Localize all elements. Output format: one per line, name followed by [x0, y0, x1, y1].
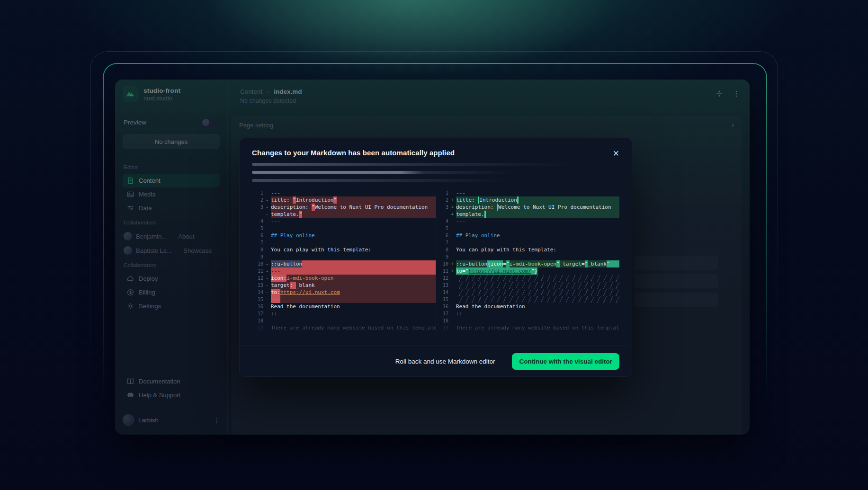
code-line — [456, 253, 619, 260]
code-segment: Introduction — [296, 196, 333, 204]
diff-marker: - — [263, 289, 271, 296]
line-number: 10 — [252, 260, 263, 267]
sidebar-item-data[interactable]: Data — [123, 201, 220, 215]
code-segment: There are already many website based on … — [271, 324, 436, 331]
line-number: 7 — [252, 239, 263, 246]
code-line: template. — [456, 211, 619, 218]
code-segment: to= — [456, 267, 465, 275]
collapse-vertical-icon[interactable] — [716, 90, 723, 98]
diff-marker: + — [448, 204, 456, 211]
line-number: 14 — [252, 289, 263, 296]
diff-row: 14-to: https://ui.nuxt.com — [252, 289, 436, 296]
code-line: --- — [456, 189, 619, 196]
sidebar-item-label: Billing — [139, 289, 155, 296]
line-number: 16 — [437, 303, 448, 310]
collaborator-page: Showcase — [183, 247, 212, 254]
kebab-menu-icon[interactable] — [735, 90, 737, 98]
breadcrumb-file[interactable]: index.md — [274, 88, 302, 95]
code-line: --- — [271, 189, 436, 196]
diff-marker: - — [263, 282, 271, 289]
line-number: 2 — [437, 196, 448, 204]
code-segment: _blank — [588, 260, 607, 267]
continue-visual-editor-button[interactable]: Continue with the visual editor — [512, 353, 619, 370]
diff-row: 10+::u-button{icon="i-mdi-book-open" tar… — [437, 260, 619, 267]
page-setting-row[interactable]: Page setting › — [232, 116, 742, 134]
code-segment: " — [465, 267, 469, 275]
diff-marker — [448, 282, 456, 289]
code-line: ::u-button{icon="i-mdi-book-open" target… — [456, 260, 619, 267]
diff-marker — [448, 289, 456, 296]
code-segment: to: — [271, 289, 280, 296]
screen: studio-front nuxt.studio Preview No chan… — [0, 0, 868, 490]
collaborator-row[interactable]: Baptiste Le... · Showcase — [123, 243, 220, 258]
collaborator-avatar — [124, 246, 132, 255]
diff-marker — [448, 317, 456, 324]
diff-row: 3+description: Welcome to Nuxt UI Pro do… — [437, 204, 619, 211]
diff-row: 13-target: _blank — [252, 282, 436, 289]
modal-header: Changes to your Markdown has been automa… — [240, 138, 632, 184]
line-number: 8 — [437, 246, 448, 253]
code-line: Read the documentation — [271, 303, 436, 310]
code-segment: You can play with this template: — [271, 246, 371, 253]
sidebar-item-label: Data — [139, 205, 152, 212]
code-line: There are already many website based on … — [271, 324, 436, 331]
sidebar-item-documentation[interactable]: Documentation — [123, 374, 220, 388]
code-segment: --- — [271, 189, 280, 196]
sidebar-item-settings[interactable]: Settings — [123, 299, 220, 313]
code-segment: https://ui.nuxt.com — [280, 289, 340, 296]
line-number: 6 — [252, 232, 263, 239]
code-line: --- — [271, 218, 436, 225]
diff-marker — [448, 303, 456, 310]
line-number: 9 — [437, 253, 448, 260]
sidebar-item-label: Media — [139, 191, 155, 198]
line-number: 12 — [437, 275, 448, 282]
preview-row: Preview — [124, 117, 219, 127]
line-number: 3 — [437, 204, 448, 211]
diff-row: 6## Play online — [252, 232, 436, 239]
diff-marker: + — [448, 260, 456, 267]
sidebar-item-deploy[interactable]: Deploy — [123, 272, 220, 285]
code-line: description: Welcome to Nuxt UI Pro docu… — [456, 204, 619, 211]
code-line: ## Play online — [271, 232, 436, 239]
diff-row: 5 — [437, 225, 619, 232]
diff-row: 18 — [437, 317, 619, 324]
preview-toggle[interactable] — [201, 117, 219, 127]
project-switcher[interactable]: studio-front nuxt.studio — [123, 86, 220, 102]
project-section-label: Collaborators — [124, 262, 219, 268]
line-number: 11 — [252, 267, 263, 275]
code-segment — [517, 196, 519, 204]
breadcrumb-content[interactable]: Content — [240, 88, 262, 95]
rollback-button[interactable]: Roll back and use Markdown editor — [393, 357, 498, 365]
breadcrumb: Content › index.md — [240, 88, 302, 95]
diff-row: 2-title: "Introduction" — [252, 196, 436, 204]
diff-row: 17:: — [252, 310, 436, 317]
sidebar-item-media[interactable]: Media — [123, 187, 220, 201]
code-segment: https://ui.nuxt.com/ — [469, 267, 531, 275]
diff-row: -template." — [252, 211, 436, 218]
close-icon[interactable]: ✕ — [613, 150, 619, 158]
code-line: ::u-button — [271, 260, 436, 267]
code-segment: --- — [271, 296, 280, 303]
line-number: 12 — [252, 275, 263, 282]
diff-row: 2+title: Introduction — [437, 196, 619, 204]
collaborator-row[interactable]: Benjamin... · About — [123, 229, 220, 243]
diff-marker: - — [263, 267, 271, 275]
diff-row: 7 — [252, 239, 436, 246]
sidebar-item-help-support[interactable]: Help & Support — [123, 388, 220, 402]
sidebar-item-content[interactable]: Content — [123, 174, 220, 187]
code-segment: title: — [271, 196, 293, 204]
code-segment: " — [585, 260, 588, 267]
line-number: 17 — [437, 310, 448, 317]
code-segment: --- — [456, 189, 465, 196]
image-icon — [127, 191, 134, 198]
kebab-vertical-icon[interactable]: ⋮ — [213, 417, 220, 423]
no-changes-button[interactable]: No changes — [123, 134, 220, 149]
line-number: 5 — [252, 225, 263, 232]
sidebar-item-billing[interactable]: Billing — [123, 285, 220, 299]
user-menu[interactable]: Larbish ⋮ — [123, 412, 220, 428]
code-line: --- — [271, 296, 436, 303]
code-line: You can play with this template: — [456, 246, 619, 253]
diff-row: 3-description: "Welcome to Nuxt UI Pro d… — [252, 204, 436, 211]
line-number: 5 — [437, 225, 448, 232]
line-number: 11 — [437, 267, 448, 275]
